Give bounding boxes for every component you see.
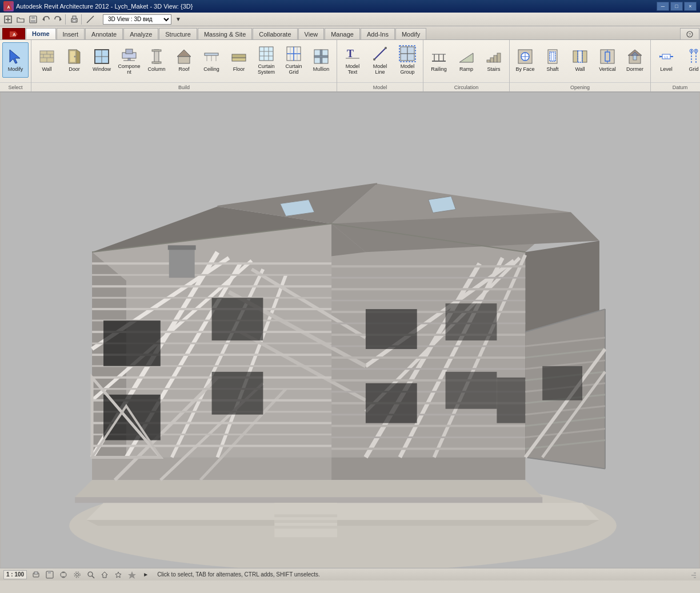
minimize-button[interactable]: ─ xyxy=(657,2,669,11)
by-face-button[interactable]: By Face xyxy=(512,42,538,78)
component-label: Component xyxy=(118,64,141,75)
tab-options[interactable]: ? xyxy=(680,28,699,39)
svg-rect-43 xyxy=(178,57,190,63)
titlebar: A Autodesk Revit Architecture 2012 - Lyc… xyxy=(0,0,700,13)
close-button[interactable]: × xyxy=(684,2,697,11)
titlebar-controls[interactable]: ─ □ × xyxy=(657,2,697,11)
svg-rect-71 xyxy=(401,54,407,61)
scale-display[interactable]: 1 : 100 xyxy=(3,570,27,579)
tab-addins[interactable]: Add-Ins xyxy=(361,28,395,39)
quick-access-toolbar: 3D View : 3D вид ▼ xyxy=(0,13,700,26)
settings-icon[interactable] xyxy=(73,570,82,579)
wall-label: Wall xyxy=(42,67,51,73)
svg-marker-133 xyxy=(75,480,542,497)
wall-opening-button[interactable]: Wall xyxy=(567,42,593,78)
roof-button[interactable]: Roof xyxy=(171,42,197,78)
navigate-icon[interactable] xyxy=(127,570,137,579)
grid-button[interactable]: A B Grid xyxy=(681,42,700,78)
ribbon-panel: Modify Select Wa xyxy=(0,40,700,93)
qa-print-button[interactable] xyxy=(69,14,80,25)
maximize-button[interactable]: □ xyxy=(670,2,683,11)
qa-new-button[interactable] xyxy=(2,14,14,25)
curtain-grid-button[interactable]: Curtain Grid xyxy=(281,42,307,78)
window-button[interactable]: Window xyxy=(89,42,115,78)
sync-icon[interactable] xyxy=(59,570,68,579)
svg-rect-36 xyxy=(128,58,130,61)
svg-text:?: ? xyxy=(689,33,691,37)
ramp-button[interactable]: Ramp xyxy=(453,42,479,78)
resize-grip[interactable] xyxy=(687,570,697,579)
stairs-button[interactable]: Stairs xyxy=(481,42,507,78)
svg-rect-48 xyxy=(232,58,246,61)
ribbon-group-opening: By Face Shaft xyxy=(510,40,651,91)
svg-marker-237 xyxy=(115,572,121,578)
zoom-icon[interactable] xyxy=(86,570,95,579)
model-group-button[interactable]: Model Group xyxy=(394,42,421,78)
svg-rect-7 xyxy=(31,20,35,22)
view-selector[interactable]: 3D View : 3D вид xyxy=(103,14,171,25)
tab-annotate[interactable]: Annotate xyxy=(85,28,123,39)
svg-rect-12 xyxy=(73,20,76,22)
svg-rect-72 xyxy=(407,54,414,61)
tab-massing[interactable]: Massing & Site xyxy=(198,28,252,39)
svg-rect-81 xyxy=(487,60,490,62)
door-button[interactable]: Door xyxy=(61,42,87,78)
arrow-right-icon[interactable]: ► xyxy=(141,570,150,579)
qa-undo-button[interactable] xyxy=(40,14,51,25)
qa-measure-button[interactable] xyxy=(85,14,96,25)
view-selector-dropdown-icon[interactable]: ▼ xyxy=(173,14,184,25)
level-label: Level xyxy=(660,67,673,73)
svg-rect-39 xyxy=(154,50,159,63)
tab-file[interactable]: A xyxy=(2,28,25,39)
svg-point-29 xyxy=(74,56,76,58)
svg-rect-6 xyxy=(31,16,35,19)
mullion-button[interactable]: Mullion xyxy=(308,42,334,78)
svg-rect-84 xyxy=(497,53,501,62)
home-icon[interactable] xyxy=(100,570,109,579)
viewport-wrapper[interactable] xyxy=(0,93,700,568)
svg-rect-44 xyxy=(205,53,218,55)
svg-rect-95 xyxy=(578,51,582,62)
svg-rect-93 xyxy=(573,51,578,62)
svg-line-66 xyxy=(374,48,386,59)
qa-save-button[interactable] xyxy=(27,14,39,25)
datum-group-label: Datum xyxy=(651,82,700,91)
tab-insert[interactable]: Insert xyxy=(57,28,85,39)
curtain-system-button[interactable]: Curtain System xyxy=(253,42,279,78)
model-text-button[interactable]: T Model Text xyxy=(339,42,366,78)
svg-rect-190 xyxy=(212,298,263,340)
recent-icon[interactable] xyxy=(114,570,123,579)
vertical-button[interactable]: Vertical xyxy=(594,42,621,78)
floor-button[interactable]: Floor xyxy=(226,42,252,78)
level-button[interactable]: L1 Level xyxy=(653,42,679,78)
ceiling-button[interactable]: Ceiling xyxy=(198,42,225,78)
tab-view[interactable]: View xyxy=(298,28,325,39)
vertical-label: Vertical xyxy=(599,67,616,73)
railing-button[interactable]: Railing xyxy=(426,42,452,78)
status-message: Click to select, TAB for alternates, CTR… xyxy=(157,571,320,578)
save-icon[interactable] xyxy=(45,570,54,579)
by-face-label: By Face xyxy=(515,67,534,73)
tab-structure[interactable]: Structure xyxy=(159,28,197,39)
svg-rect-103 xyxy=(633,55,637,60)
print-preview-icon[interactable] xyxy=(31,570,41,579)
tab-modify[interactable]: Modify xyxy=(395,28,426,39)
component-button[interactable]: Component xyxy=(116,42,142,78)
wall-button[interactable]: Wall xyxy=(34,42,60,78)
svg-text:L1: L1 xyxy=(665,55,669,59)
model-group-label-text: Model xyxy=(337,82,423,91)
shaft-button[interactable]: Shaft xyxy=(539,42,566,78)
tab-home[interactable]: Home xyxy=(26,28,56,39)
qa-redo-button[interactable] xyxy=(53,14,64,25)
dormer-button[interactable]: Dormer xyxy=(622,42,648,78)
tab-manage[interactable]: Manage xyxy=(325,28,360,39)
model-line-button[interactable]: Model Line xyxy=(367,42,393,78)
column-button[interactable]: Column xyxy=(143,42,170,78)
qa-open-button[interactable] xyxy=(15,14,26,25)
modify-button[interactable]: Modify xyxy=(2,42,29,78)
tab-collaborate[interactable]: Collaborate xyxy=(253,28,297,39)
tab-analyze[interactable]: Analyze xyxy=(123,28,158,39)
svg-rect-193 xyxy=(366,383,417,423)
svg-text:A: A xyxy=(13,32,16,37)
svg-rect-194 xyxy=(446,303,497,340)
